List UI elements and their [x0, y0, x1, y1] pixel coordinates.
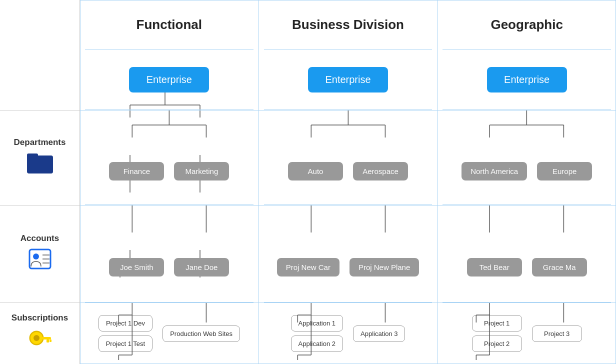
subscriptions-label: Subscriptions — [12, 313, 68, 323]
biz-subs-connectors — [264, 302, 432, 364]
geo-acc-connectors — [442, 205, 611, 302]
geographic-subs-row: Project 1 Project 2 Project 3 — [442, 302, 611, 364]
functional-enterprise-node: Enterprise — [129, 67, 209, 92]
svg-rect-10 — [41, 337, 51, 340]
geo-subs-connectors — [442, 302, 611, 364]
key-icon — [28, 327, 52, 354]
business-header: Business Division — [264, 0, 432, 50]
diagram: Departments Accounts — [0, 0, 616, 364]
accounts-icon — [28, 248, 52, 275]
functional-accounts-row: Joe Smith Jane Doe — [85, 205, 254, 302]
geo-dept-connectors — [442, 110, 611, 204]
business-subs-row: Application 1 Application 2 Application … — [264, 302, 432, 364]
departments-label: Departments — [14, 138, 66, 148]
accounts-label-cell: Accounts — [0, 205, 80, 302]
geographic-header: Geographic — [442, 0, 611, 50]
biz-acc-connectors — [264, 205, 432, 302]
business-dept-row: Auto Aerospace — [264, 110, 432, 205]
departments-label-cell: Departments — [0, 110, 80, 205]
folder-icon — [27, 152, 53, 178]
func-dept-connectors — [85, 110, 254, 204]
svg-point-9 — [34, 335, 40, 341]
svg-point-3 — [33, 254, 39, 260]
functional-dept-row: Finance Marketing — [85, 110, 254, 205]
functional-title: Functional — [136, 17, 202, 32]
functional-subs-row: Project 1 Dev Project 1 Test Production … — [85, 302, 254, 364]
biz-dept-connectors — [264, 110, 432, 204]
functional-enterprise-row: Enterprise — [85, 50, 254, 110]
svg-rect-11 — [46, 340, 49, 342]
empty-top-label — [0, 0, 80, 110]
geographic-enterprise-row: Enterprise — [442, 50, 611, 110]
business-enterprise-row: Enterprise — [264, 50, 432, 110]
functional-column: Functional — [80, 0, 259, 364]
func-acc-connectors — [85, 205, 254, 302]
business-title: Business Division — [292, 17, 404, 32]
accounts-label: Accounts — [20, 234, 59, 244]
functional-header: Functional — [85, 0, 254, 50]
svg-rect-12 — [50, 340, 52, 342]
geographic-title: Geographic — [490, 17, 562, 32]
business-enterprise-node: Enterprise — [308, 67, 388, 92]
func-subs-connectors — [85, 302, 254, 364]
subscriptions-label-cell: Subscriptions — [0, 302, 80, 364]
hierarchy-columns: Functional — [80, 0, 616, 364]
geographic-accounts-row: Ted Bear Grace Ma — [442, 205, 611, 302]
geographic-enterprise-node: Enterprise — [487, 67, 567, 92]
geographic-column: Geographic Enterprise North America Euro… — [438, 0, 616, 364]
business-accounts-row: Proj New Car Proj New Plane — [264, 205, 432, 302]
geographic-dept-row: North America Europe — [442, 110, 611, 205]
svg-rect-1 — [27, 154, 38, 158]
business-column: Business Division Enterprise Auto Aerosp… — [259, 0, 438, 364]
labels-column: Departments Accounts — [0, 0, 80, 364]
